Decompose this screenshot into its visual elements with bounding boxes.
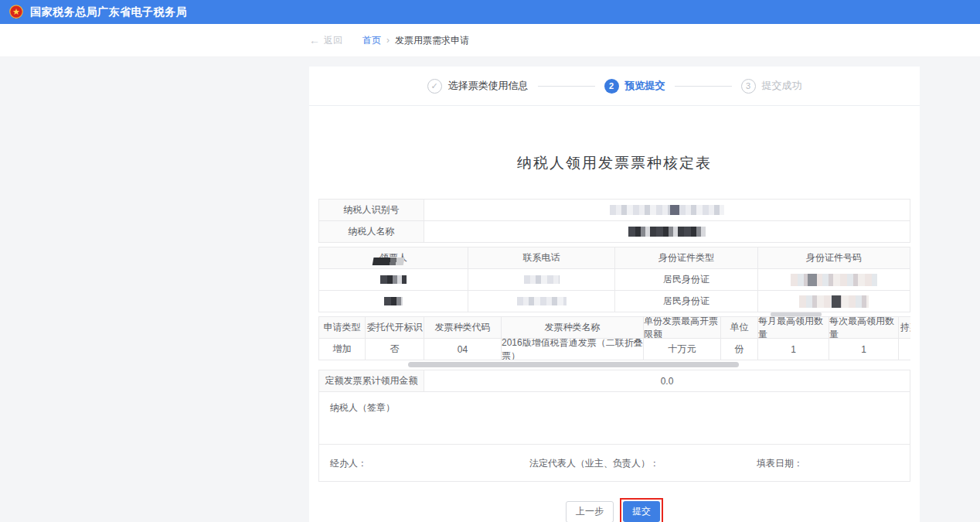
max-amount-cell: 十万元 [644, 339, 721, 360]
per-time-max-header: 每次最高领用数量 [829, 317, 899, 339]
redacted-overlay [373, 258, 405, 265]
redacted-phone [517, 297, 567, 305]
table-row: 纳税人识别号 [319, 200, 910, 221]
table-horizontal-scrollbar[interactable] [771, 312, 822, 316]
table-row: 纳税人名称 [319, 221, 910, 243]
step-select-invoice-info: ✓ 选择票类使用信息 [427, 79, 529, 94]
invoice-type-table-viewport: 申请类型 委托代开标识 发票种类代码 发票种类名称 单份发票最高开票限额 单位 … [318, 316, 910, 360]
step-connector [538, 86, 595, 87]
step-submit-success: 3 提交成功 [741, 79, 802, 94]
taxpayer-name-value [424, 221, 910, 243]
step-number-icon: 2 [604, 79, 619, 94]
approval-form: 纳税人识别号 纳税人名称 领票人 联系电话 身份证件类型 [318, 199, 910, 522]
redacted-recipient-name [380, 275, 407, 284]
step-connector [675, 86, 732, 87]
redacted-recipient-name [384, 297, 403, 305]
max-amount-header: 单份发票最高开票限额 [644, 317, 721, 339]
step-indicator: ✓ 选择票类使用信息 2 预览提交 3 提交成功 [309, 67, 920, 106]
invoice-type-table: 申请类型 委托代开标识 发票种类代码 发票种类名称 单份发票最高开票限额 单位 … [318, 316, 910, 360]
unit-cell: 份 [721, 339, 758, 360]
id-number-header: 身份证件号码 [758, 247, 910, 269]
apply-type-header: 申请类型 [319, 317, 366, 339]
recipient-name-cell [319, 291, 468, 312]
action-bar: 上一步 提交 [318, 498, 910, 522]
back-label: 返回 [324, 34, 342, 47]
table-row: 纳税人（签章） [319, 392, 910, 445]
table-row: 增加 否 04 2016版增值税普通发票（二联折叠票） 十万元 份 1 1 [319, 339, 910, 360]
breadcrumb-home-link[interactable]: 首页 [362, 34, 381, 47]
recipient-name-cell [319, 269, 468, 291]
monthly-max-header: 每月最高领用数量 [758, 317, 829, 339]
table-row: 居民身份证 [319, 291, 910, 312]
redacted-taxpayer-name [628, 227, 706, 237]
breadcrumb-separator-icon: › [386, 35, 390, 46]
invoice-code-cell: 04 [424, 339, 502, 360]
main-panel: ✓ 选择票类使用信息 2 预览提交 3 提交成功 纳税人领用发票票种核定表 纳税… [309, 67, 920, 522]
invoice-name-header: 发票种类名称 [502, 317, 644, 339]
id-type-header: 身份证件类型 [615, 247, 758, 269]
fill-date-label: 填表日期： [757, 456, 803, 469]
taxpayer-signature-cell: 纳税人（签章） [319, 392, 910, 445]
redacted-id-number [799, 295, 869, 308]
app-header: 国家税务总局广东省电子税务局 [0, 0, 980, 24]
table-horizontal-scrollbar-thumb[interactable] [408, 362, 739, 367]
id-number-cell [758, 269, 910, 291]
table-header-row: 领票人 联系电话 身份证件类型 身份证件号码 [319, 247, 910, 269]
taxpayer-id-value [424, 200, 910, 221]
agent-label: 经办人： [330, 456, 367, 469]
id-number-cell [758, 291, 910, 312]
previous-step-button[interactable]: 上一步 [566, 501, 614, 522]
taxpayer-name-label: 纳税人名称 [319, 221, 424, 243]
agent-flag-cell: 否 [366, 339, 424, 360]
unit-header: 单位 [721, 317, 758, 339]
step-done-check-icon: ✓ [427, 79, 442, 94]
id-type-cell: 居民身份证 [615, 291, 758, 312]
breadcrumb: ← 返回 首页 › 发票用票需求申请 [0, 24, 980, 57]
back-arrow-icon: ← [309, 34, 320, 46]
step-preview-submit: 2 预览提交 [604, 79, 665, 94]
monthly-max-cell: 1 [758, 339, 829, 360]
form-title: 纳税人领用发票票种核定表 [309, 153, 920, 173]
summary-table: 定额发票累计领用金额 0.0 纳税人（签章） 经办人： 法定代表人（业主、负责人… [318, 370, 910, 482]
table-header-row: 申请类型 委托代开标识 发票种类代码 发票种类名称 单份发票最高开票限额 单位 … [319, 317, 910, 339]
id-type-cell: 居民身份证 [615, 269, 758, 291]
submit-button[interactable]: 提交 [623, 501, 660, 522]
step-number-icon: 3 [741, 79, 756, 94]
quota-value: 0.0 [424, 370, 910, 392]
apply-type-cell: 增加 [319, 339, 366, 360]
step-label: 选择票类使用信息 [448, 79, 529, 93]
form-footer-row: 经办人： 法定代表人（业主、负责人）： 填表日期： [319, 445, 910, 482]
step-label: 预览提交 [625, 79, 665, 93]
taxpayer-info-table: 纳税人识别号 纳税人名称 [318, 199, 910, 243]
taxpayer-id-label: 纳税人识别号 [319, 200, 424, 221]
table-row: 定额发票累计领用金额 0.0 [319, 370, 910, 392]
recipient-header: 领票人 [319, 247, 468, 269]
table-horizontal-scrollbar-track [318, 362, 910, 368]
recipient-table: 领票人 联系电话 身份证件类型 身份证件号码 居民身份证 [318, 247, 910, 312]
phone-cell [468, 269, 615, 291]
invoice-code-header: 发票种类代码 [424, 317, 502, 339]
holding-max-header: 持票最高数量 [899, 317, 910, 339]
holding-max-cell [899, 339, 910, 360]
phone-cell [468, 291, 615, 312]
legal-rep-label: 法定代表人（业主、负责人）： [529, 456, 659, 469]
agent-flag-header: 委托代开标识 [366, 317, 424, 339]
redacted-id-number [791, 274, 877, 286]
step-label: 提交成功 [762, 79, 802, 93]
per-time-max-cell: 1 [829, 339, 899, 360]
quota-label: 定额发票累计领用金额 [319, 370, 424, 392]
redacted-phone [524, 275, 560, 284]
app-title: 国家税务总局广东省电子税务局 [30, 5, 187, 19]
national-emblem-icon [8, 4, 25, 21]
redacted-taxpayer-id [610, 205, 724, 215]
annotation-highlight-box: 提交 [620, 498, 663, 522]
back-button[interactable]: ← 返回 [309, 34, 342, 47]
breadcrumb-current: 发票用票需求申请 [395, 34, 469, 47]
invoice-name-cell: 2016版增值税普通发票（二联折叠票） [502, 339, 644, 360]
phone-header: 联系电话 [468, 247, 615, 269]
table-row: 居民身份证 [319, 269, 910, 291]
